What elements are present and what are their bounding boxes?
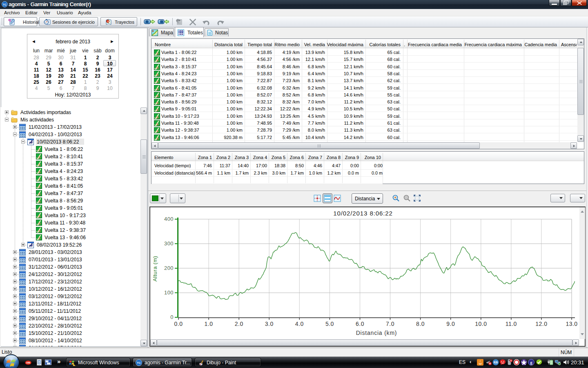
svg-text:11.0: 11.0	[506, 321, 517, 327]
svg-text:g: g	[530, 360, 532, 365]
svg-text:10.0: 10.0	[475, 321, 487, 327]
svg-text:8.0: 8.0	[416, 321, 425, 327]
svg-text:AIM: AIM	[26, 361, 30, 364]
svg-text:1.0: 1.0	[205, 321, 213, 327]
svg-text:5.0: 5.0	[325, 321, 334, 327]
svg-text:9.0: 9.0	[446, 321, 455, 327]
svg-text:12.0: 12.0	[535, 321, 547, 327]
svg-text:200: 200	[164, 265, 174, 271]
svg-text:100: 100	[164, 289, 174, 296]
svg-text:7.0: 7.0	[386, 321, 394, 327]
svg-text:400: 400	[164, 216, 174, 222]
svg-text:13.0: 13.0	[566, 321, 577, 327]
svg-text:Altura (m): Altura (m)	[152, 256, 158, 281]
svg-text:0.0: 0.0	[174, 321, 183, 327]
svg-text:0: 0	[170, 314, 174, 320]
svg-text:300: 300	[164, 240, 174, 247]
svg-text:3.0: 3.0	[265, 321, 274, 327]
svg-text:6.0: 6.0	[356, 321, 364, 327]
svg-text:2.0: 2.0	[235, 321, 243, 327]
svg-text:Distancia (km): Distancia (km)	[356, 330, 397, 336]
svg-text:4.0: 4.0	[295, 321, 304, 327]
svg-text:TC: TC	[137, 361, 141, 365]
